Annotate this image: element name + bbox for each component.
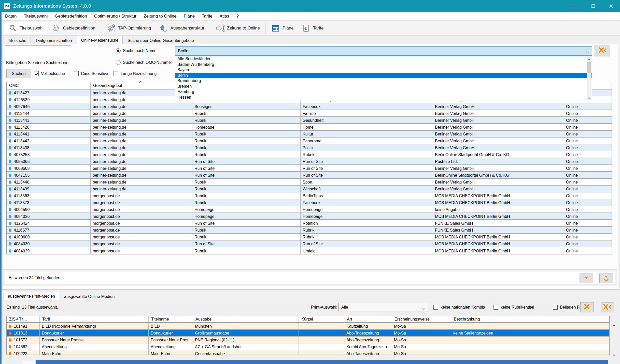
toolbar-gebietsdefinition-button[interactable]: Gebietsdefinition	[48, 22, 100, 34]
scrollbar-thumb[interactable]	[587, 62, 591, 73]
dropdown-item[interactable]: Hessen	[175, 95, 592, 100]
scroll-down-icon[interactable]: ▼	[611, 353, 617, 358]
sort-ascending-icon[interactable]	[139, 80, 143, 84]
table-row[interactable]: 4084026 morgenpost.de Homepage Homepage …	[7, 213, 612, 220]
table-row[interactable]: 4055066 berliner-zeitung.de Run of Site …	[7, 158, 612, 165]
selected-table-vertical-scrollbar[interactable]: ▲ ▼	[611, 323, 617, 358]
column-header[interactable]: ZIS-/ Tit...	[7, 316, 40, 322]
suchen-button[interactable]: Suchen	[6, 69, 31, 78]
table-row[interactable]: 101572 Passauer Neue Presse Passauer Neu…	[7, 337, 609, 343]
table-row[interactable]: 4113439 berliner-zeitung.de Rubrik Wirts…	[7, 186, 612, 192]
tab-suche-online-gesamtangebote[interactable]: Suche über Online-Gesamtangebote	[123, 37, 198, 44]
toolbar-tarife-button[interactable]: € Tarife	[298, 22, 328, 34]
dropdown-item[interactable]: Hamburg	[175, 89, 592, 95]
tab-tarifgemeinschaften[interactable]: Tarifgemeinschaften	[31, 37, 76, 44]
tab-titelsuche[interactable]: Titelsuche	[4, 37, 31, 44]
tab-ausgewaehlte-online-medien[interactable]: ausgewählte Online-Medien	[60, 293, 119, 300]
column-header[interactable]: Erscheinungsweise	[392, 316, 451, 322]
bundesland-combobox[interactable]: Berlin	[175, 46, 592, 56]
table-row[interactable]: 101491 BILD (Nationale Vermarktung) BILD…	[7, 323, 609, 330]
table-row[interactable]: 4100600 morgenpost.de Rubrik Rubrik MCB …	[7, 234, 612, 240]
menu-item[interactable]: Daten	[2, 12, 20, 21]
column-header[interactable]: Ausgabe	[193, 316, 299, 322]
typ-cell: Rubrik	[192, 192, 301, 199]
checkbox-lange-bezeichnung[interactable]: Lange Bezeichnung	[114, 71, 157, 76]
print-auswahl-combobox[interactable]: Alle	[339, 303, 428, 311]
radio-suche-nach-name[interactable]: Suche nach Name	[116, 48, 157, 53]
menu-item[interactable]: Pläne	[180, 12, 198, 21]
column-header[interactable]: OMC	[7, 82, 91, 89]
checkbox-keine-nationalen-kombis[interactable]: keine nationalen Kombis	[433, 305, 485, 310]
table-row[interactable]: 4008608 berliner-zeitung.de Run of Site …	[7, 165, 612, 172]
dropdown-item[interactable]: Baden-Württemberg	[175, 62, 592, 67]
table-row[interactable]: 4113426 berliner-zeitung.de Homepage Hom…	[7, 124, 612, 131]
menu-item[interactable]: Tarife	[198, 12, 216, 21]
dropdown-item[interactable]: Brandenburg	[175, 78, 592, 84]
menu-item[interactable]: Optimierung / Struktur	[91, 12, 140, 21]
omc-cell: 4008608	[7, 165, 91, 171]
scroll-up-icon[interactable]: ▲	[587, 56, 591, 61]
search-input[interactable]	[5, 45, 71, 56]
toolbar-titelauswahl-button[interactable]: Titelauswahl	[4, 22, 48, 34]
dropdown-item[interactable]: Berlin	[175, 73, 592, 78]
dropdown-scrollbar[interactable]: ▲ ▼	[587, 56, 591, 100]
scrollbar-thumb[interactable]	[36, 360, 608, 364]
toolbar-plaene-button[interactable]: Pläne	[267, 22, 298, 34]
table-row[interactable]: 4097646 berliner-zeitung.de Sonstiges Fa…	[7, 103, 612, 110]
menu-item[interactable]: ?	[233, 12, 242, 21]
scroll-up-icon[interactable]: ▲	[611, 323, 617, 327]
column-header[interactable]: Titelname	[149, 316, 193, 322]
remove-selected-button[interactable]	[580, 302, 594, 312]
horizontal-scrollbar[interactable]	[0, 360, 620, 364]
menu-item[interactable]: Atlas	[216, 12, 233, 21]
checkbox-case-sensitive[interactable]: Case Sensitive	[74, 71, 108, 76]
table-row[interactable]: 4113441 berliner-zeitung.de Rubrik Kultu…	[7, 131, 612, 138]
table-row[interactable]: 4075258 berliner-zeitung.de Rubrik Rubri…	[7, 151, 612, 158]
remove-all-button[interactable]	[601, 302, 614, 312]
table-row[interactable]: 4113444 berliner-zeitung.de Rubrik Famil…	[7, 110, 612, 117]
menu-item[interactable]: Titelauswahl	[20, 12, 51, 21]
column-header[interactable]: Kürzel	[299, 316, 344, 322]
dropdown-item[interactable]: Bayern	[175, 67, 592, 73]
checkbox-volltextsuche[interactable]: Volltextsuche	[34, 71, 65, 76]
column-header[interactable]: Beschränkung	[451, 316, 610, 322]
table-row[interactable]: 4113563 morgenpost.de Rubrik BerlinTipps…	[7, 192, 612, 199]
toolbar-ausgabenstruktur-button[interactable]: Ausgabenstruktur	[155, 22, 208, 34]
tab-ausgewaehlte-print-medien[interactable]: ausgewählte Print-Medien	[4, 292, 59, 300]
table-row[interactable]: 4084030 morgenpost.de Run of Site Run of…	[7, 240, 612, 247]
table-row[interactable]: 100222 Main-Echo Main-Echo Gesamtausgabe…	[7, 350, 609, 355]
table-row[interactable]: 4116577 morgenpost.de Rubrik Rubrik FUNK…	[7, 227, 612, 234]
radio-suche-nach-omc-nummer[interactable]: Suche nach OMC-Nummer	[116, 60, 172, 65]
close-button[interactable]	[602, 0, 620, 12]
table-row[interactable]: 104862 Abendzeitung Abendzeitung AZ + GA…	[7, 343, 609, 350]
table-row[interactable]: 4126424 morgenpost.de Run of Site Rotati…	[7, 220, 612, 227]
maximize-button[interactable]	[584, 0, 602, 12]
dropdown-item[interactable]: Bremen	[175, 84, 592, 89]
column-header[interactable]: Tarif	[40, 316, 149, 322]
menu-item[interactable]: Zeitung to Online	[140, 12, 180, 21]
table-row[interactable]: 4004590 morgenpost.de Homepage Homepage …	[7, 206, 612, 213]
dropdown-item[interactable]: Alle Bundesländer	[175, 56, 592, 62]
scroll-down-icon[interactable]: ▼	[587, 96, 591, 100]
checkbox-keine-rubrikentitel[interactable]: keine Rubrikentitel	[494, 305, 534, 310]
add-selected-button[interactable]	[580, 274, 593, 283]
table-row[interactable]: 4084029 morgenpost.de Rubrik Umfeld MCB …	[7, 247, 612, 254]
channel-cell: Rubrik	[301, 227, 433, 233]
add-all-button[interactable]	[599, 274, 613, 283]
table-row[interactable]: 4113573 morgenpost.de Rubrik Facebook MC…	[7, 199, 612, 206]
menu-item[interactable]: Gebietsdefinition	[51, 12, 91, 21]
table-row[interactable]: 4113442 berliner-zeitung.de Rubrik Panor…	[7, 138, 612, 144]
gesamtangebot-cell: morgenpost.de	[91, 240, 192, 247]
tab-online-mediensuche[interactable]: Online-Mediensuche	[77, 36, 123, 44]
table-row[interactable]: 4047155 berliner-zeitung.de Run of Site …	[7, 172, 612, 179]
clear-region-filter-button[interactable]	[595, 45, 610, 56]
table-row[interactable]: 101813 Donaukurier Donaukurier Großrauma…	[7, 330, 609, 337]
table-row[interactable]: 4113438 berliner-zeitung.de Rubrik Polit…	[7, 144, 612, 151]
toolbar-zeitung-to-online-button[interactable]: Zeitung to Online	[212, 22, 264, 34]
minimize-button[interactable]	[567, 0, 584, 12]
table-row[interactable]: 4113443 berliner-zeitung.de Rubrik Gesun…	[7, 117, 612, 124]
toolbar-tap-optimierung-button[interactable]: TAP-Optimierung	[103, 22, 155, 34]
scroll-left-button[interactable]	[22, 360, 36, 364]
table-row[interactable]: 4113440 berliner-zeitung.de Rubrik Sport…	[7, 179, 612, 186]
column-header[interactable]: Art	[344, 316, 392, 322]
